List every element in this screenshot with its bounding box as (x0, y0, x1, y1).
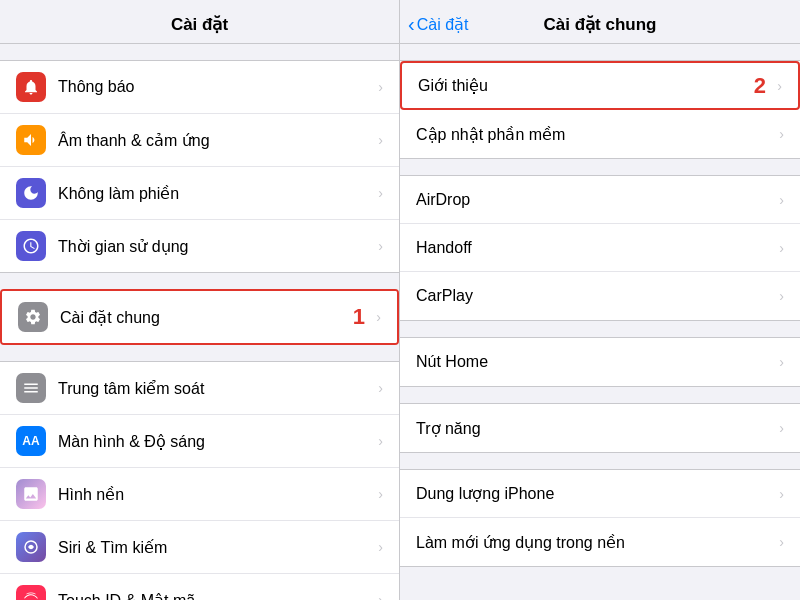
right-item-airdrop[interactable]: AirDrop › (400, 176, 800, 224)
sidebar-item-touch-id[interactable]: Touch ID & Mật mã › (0, 574, 399, 600)
tro-nang-chevron: › (779, 420, 784, 436)
right-group-3: Nút Home › (400, 337, 800, 387)
thong-bao-icon (16, 72, 46, 102)
left-group-1: Thông báo › Âm thanh & cảm ứng › K (0, 60, 399, 273)
right-gap-4 (400, 453, 800, 469)
siri-chevron: › (378, 539, 383, 555)
badge-1: 1 (353, 304, 365, 330)
man-hinh-chevron: › (378, 433, 383, 449)
thoi-gian-label: Thời gian sử dụng (58, 237, 374, 256)
carplay-chevron: › (779, 288, 784, 304)
khong-lam-phien-chevron: › (378, 185, 383, 201)
am-thanh-label: Âm thanh & cảm ứng (58, 131, 374, 150)
left-group-3: Trung tâm kiểm soát › AA Màn hình & Độ s… (0, 361, 399, 600)
right-group-5: Dung lượng iPhone › Làm mới ứng dụng tro… (400, 469, 800, 567)
gioi-thieu-label: Giới thiệu (418, 76, 777, 95)
dung-luong-label: Dung lượng iPhone (416, 484, 779, 503)
right-panel-content: Giới thiệu 2 › Cập nhật phần mềm › AirDr… (400, 44, 800, 600)
sidebar-item-cai-dat-chung[interactable]: Cài đặt chung 1 › (2, 291, 397, 343)
sidebar-item-hinh-nen[interactable]: Hình nền › (0, 468, 399, 521)
left-panel-content: Thông báo › Âm thanh & cảm ứng › K (0, 44, 399, 600)
right-item-handoff[interactable]: Handoff › (400, 224, 800, 272)
am-thanh-chevron: › (378, 132, 383, 148)
right-gap-2 (400, 321, 800, 337)
nut-home-chevron: › (779, 354, 784, 370)
right-group-4: Trợ năng › (400, 403, 800, 453)
right-panel: ‹ Cài đặt Cài đặt chung Giới thiệu 2 › C… (400, 0, 800, 600)
gioi-thieu-chevron: › (777, 78, 782, 94)
siri-label: Siri & Tìm kiếm (58, 538, 374, 557)
back-chevron-icon: ‹ (408, 13, 415, 36)
thong-bao-label: Thông báo (58, 78, 374, 96)
cai-dat-chung-icon (18, 302, 48, 332)
lam-moi-chevron: › (779, 534, 784, 550)
right-panel-header: ‹ Cài đặt Cài đặt chung (400, 0, 800, 44)
cap-nhat-chevron: › (779, 126, 784, 142)
cap-nhat-label: Cập nhật phần mềm (416, 125, 779, 144)
lam-moi-label: Làm mới ứng dụng trong nền (416, 533, 779, 552)
right-header-title: Cài đặt chung (544, 14, 657, 35)
sidebar-item-thoi-gian[interactable]: Thời gian sử dụng › (0, 220, 399, 272)
sidebar-item-siri[interactable]: Siri & Tìm kiếm › (0, 521, 399, 574)
cai-dat-chung-chevron: › (376, 309, 381, 325)
khong-lam-phien-label: Không làm phiền (58, 184, 374, 203)
sidebar-item-trung-tam[interactable]: Trung tâm kiểm soát › (0, 362, 399, 415)
man-hinh-icon: AA (16, 426, 46, 456)
left-group-2: Cài đặt chung 1 › (0, 289, 399, 345)
thong-bao-chevron: › (378, 79, 383, 95)
am-thanh-icon (16, 125, 46, 155)
right-item-cap-nhat[interactable]: Cập nhật phần mềm › (400, 110, 800, 158)
dung-luong-chevron: › (779, 486, 784, 502)
right-group-2: AirDrop › Handoff › CarPlay › (400, 175, 800, 321)
right-item-dung-luong[interactable]: Dung lượng iPhone › (400, 470, 800, 518)
cai-dat-chung-label: Cài đặt chung (60, 308, 372, 327)
right-group-1: Giới thiệu 2 › Cập nhật phần mềm › (400, 60, 800, 159)
left-panel: Cài đặt Thông báo › Âm thanh & c (0, 0, 400, 600)
badge-2: 2 (754, 73, 766, 99)
sidebar-item-am-thanh[interactable]: Âm thanh & cảm ứng › (0, 114, 399, 167)
left-panel-header: Cài đặt (0, 0, 399, 44)
right-gap-3 (400, 387, 800, 403)
sidebar-item-man-hinh[interactable]: AA Màn hình & Độ sáng › (0, 415, 399, 468)
trung-tam-icon (16, 373, 46, 403)
khong-lam-phien-icon (16, 178, 46, 208)
nut-home-label: Nút Home (416, 353, 779, 371)
sidebar-item-thong-bao[interactable]: Thông báo › (0, 61, 399, 114)
airdrop-chevron: › (779, 192, 784, 208)
airdrop-label: AirDrop (416, 191, 779, 209)
right-item-tro-nang[interactable]: Trợ năng › (400, 404, 800, 452)
touch-id-label: Touch ID & Mật mã (58, 591, 374, 601)
hinh-nen-chevron: › (378, 486, 383, 502)
thoi-gian-icon (16, 231, 46, 261)
right-item-carplay[interactable]: CarPlay › (400, 272, 800, 320)
left-header-title: Cài đặt (171, 15, 228, 34)
tro-nang-label: Trợ năng (416, 419, 779, 438)
right-item-nut-home[interactable]: Nút Home › (400, 338, 800, 386)
handoff-label: Handoff (416, 239, 779, 257)
trung-tam-chevron: › (378, 380, 383, 396)
back-label: Cài đặt (417, 15, 469, 34)
handoff-chevron: › (779, 240, 784, 256)
right-item-gioi-thieu[interactable]: Giới thiệu 2 › (400, 61, 800, 110)
right-gap-1 (400, 159, 800, 175)
back-button[interactable]: ‹ Cài đặt (408, 13, 468, 36)
trung-tam-label: Trung tâm kiểm soát (58, 379, 374, 398)
carplay-label: CarPlay (416, 287, 779, 305)
thoi-gian-chevron: › (378, 238, 383, 254)
man-hinh-label: Màn hình & Độ sáng (58, 432, 374, 451)
right-item-lam-moi[interactable]: Làm mới ứng dụng trong nền › (400, 518, 800, 566)
touch-id-chevron: › (378, 592, 383, 600)
siri-icon (16, 532, 46, 562)
hinh-nen-icon (16, 479, 46, 509)
touch-id-icon (16, 585, 46, 600)
sidebar-item-khong-lam-phien[interactable]: Không làm phiền › (0, 167, 399, 220)
hinh-nen-label: Hình nền (58, 485, 374, 504)
